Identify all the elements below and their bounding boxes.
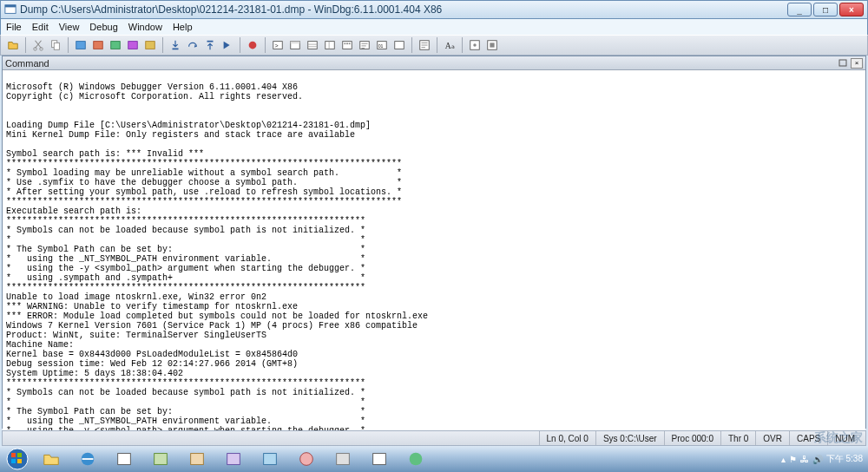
status-num: NUM	[827, 431, 862, 445]
run-to-cursor-icon[interactable]	[219, 36, 236, 54]
svg-rect-22	[346, 43, 348, 44]
tray-clock[interactable]: 下午 5:38	[826, 453, 863, 465]
scratch-window-icon[interactable]	[391, 36, 408, 54]
window-controls: _ □ ×	[787, 3, 864, 16]
window-title: Dump C:\Users\Administrator\Desktop\0212…	[20, 3, 787, 16]
taskbar-ie-icon[interactable]	[70, 448, 105, 470]
taskbar-app6-icon[interactable]	[289, 448, 324, 470]
open-icon[interactable]	[4, 36, 22, 54]
source-mode-icon[interactable]	[416, 36, 433, 54]
svg-rect-34	[839, 60, 846, 66]
svg-rect-47	[337, 454, 350, 465]
svg-rect-8	[111, 42, 121, 49]
start-button[interactable]	[2, 447, 33, 471]
status-thr: Thr 0	[720, 431, 755, 445]
font-icon[interactable]: Aₐ	[441, 36, 458, 54]
command-output[interactable]: Microsoft (R) Windows Debugger Version 6…	[3, 70, 865, 472]
taskbar-app2-icon[interactable]	[143, 448, 178, 470]
restart-icon[interactable]	[89, 36, 107, 54]
cut-icon[interactable]	[30, 36, 47, 54]
taskbar-app3-icon[interactable]	[180, 448, 214, 470]
watch-window-icon[interactable]	[286, 36, 304, 54]
copy-icon[interactable]	[47, 36, 64, 54]
app-icon	[4, 3, 16, 16]
breakpoint-icon[interactable]	[244, 36, 261, 54]
svg-rect-27	[395, 42, 404, 49]
menu-edit[interactable]: Edit	[32, 22, 49, 32]
step-into-icon[interactable]	[167, 36, 184, 54]
taskbar-explorer-icon[interactable]	[34, 448, 69, 470]
tray-flag-icon[interactable]: ⚑	[789, 455, 797, 464]
svg-rect-48	[373, 454, 386, 465]
command-window-icon[interactable]: >	[269, 36, 286, 54]
taskbar-app8-icon[interactable]	[362, 448, 397, 470]
svg-rect-42	[155, 454, 168, 465]
step-icon[interactable]	[141, 36, 159, 54]
svg-point-31	[473, 43, 477, 47]
command-panel-header: Command ×	[3, 56, 865, 70]
close-button[interactable]: ×	[839, 3, 864, 16]
svg-rect-23	[349, 43, 351, 44]
taskbar-app7-icon[interactable]	[326, 448, 360, 470]
restore-icon[interactable]	[837, 58, 849, 69]
svg-rect-43	[191, 454, 204, 465]
toolbar: > 01 Aₐ	[0, 35, 868, 56]
menu-file[interactable]: File	[6, 22, 22, 32]
step-over-icon[interactable]	[184, 36, 201, 54]
tray-chevron-icon[interactable]: ▴	[781, 455, 786, 464]
menu-view[interactable]: View	[59, 22, 80, 32]
callstack-window-icon[interactable]	[356, 36, 373, 54]
svg-rect-5	[54, 43, 59, 49]
svg-rect-39	[17, 459, 22, 463]
svg-rect-37	[17, 453, 22, 457]
command-panel: Command × Microsoft (R) Windows Debugger…	[2, 56, 866, 429]
disasm-window-icon[interactable]: 01	[373, 36, 391, 54]
locals-window-icon[interactable]	[304, 36, 321, 54]
maximize-button[interactable]: □	[813, 3, 838, 16]
stop-icon[interactable]	[107, 36, 124, 54]
svg-rect-41	[118, 454, 131, 465]
status-sys: Sys 0:C:\User	[595, 431, 664, 445]
svg-rect-6	[76, 42, 86, 49]
status-ovr: OVR	[755, 431, 789, 445]
svg-rect-1	[5, 5, 16, 8]
svg-rect-20	[343, 42, 352, 49]
system-tray[interactable]: ▴ ⚑ 🖧 🔊 下午 5:38	[778, 446, 866, 472]
svg-point-46	[300, 453, 313, 466]
panel-close-icon[interactable]: ×	[851, 58, 863, 69]
step-out-icon[interactable]	[201, 36, 219, 54]
options-icon[interactable]	[466, 36, 483, 54]
registers-window-icon[interactable]	[321, 36, 339, 54]
options2-icon[interactable]	[483, 36, 501, 54]
svg-rect-12	[207, 41, 214, 43]
break-icon[interactable]	[124, 36, 141, 54]
svg-rect-36	[11, 453, 16, 457]
minimize-button[interactable]: _	[787, 3, 812, 16]
taskbar-app5-icon[interactable]	[253, 448, 287, 470]
svg-rect-45	[264, 454, 277, 465]
svg-rect-17	[291, 42, 300, 44]
taskbar-app1-icon[interactable]	[107, 448, 141, 470]
svg-rect-18	[308, 42, 318, 49]
status-ln: Ln 0, Col 0	[539, 431, 595, 445]
menu-help[interactable]: Help	[173, 22, 193, 32]
command-panel-title: Command	[5, 58, 837, 69]
svg-text:01: 01	[378, 43, 384, 49]
svg-text:Aₐ: Aₐ	[445, 41, 455, 50]
svg-rect-7	[94, 42, 103, 49]
status-proc: Proc 000:0	[664, 431, 720, 445]
memory-window-icon[interactable]	[339, 36, 356, 54]
taskbar-app9-icon[interactable]	[398, 448, 433, 470]
svg-text:>: >	[275, 43, 279, 49]
statusbar: Ln 0, Col 0 Sys 0:C:\User Proc 000:0 Thr…	[2, 430, 866, 446]
tray-network-icon[interactable]: 🖧	[800, 455, 809, 464]
tray-volume-icon[interactable]: 🔊	[812, 455, 823, 464]
menu-window[interactable]: Window	[128, 22, 162, 32]
go-icon[interactable]	[72, 36, 89, 54]
menu-debug[interactable]: Debug	[89, 22, 117, 32]
svg-point-49	[410, 453, 423, 466]
taskbar-app4-icon[interactable]	[216, 448, 251, 470]
svg-rect-21	[345, 43, 346, 44]
svg-rect-33	[490, 43, 494, 47]
svg-rect-9	[128, 42, 138, 49]
